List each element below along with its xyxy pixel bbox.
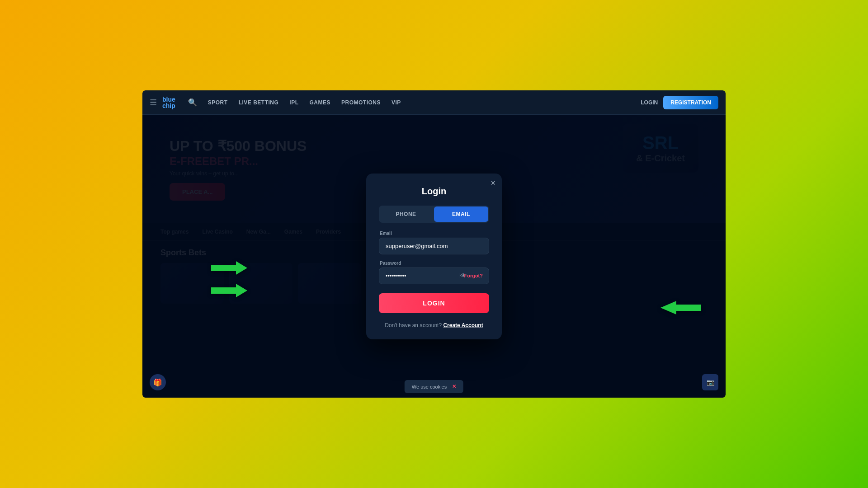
bottom-left-widget[interactable]: 🎁 — [150, 374, 166, 390]
navbar: ☰ blue chip 🔍 SPORT LIVE BETTING IPL GAM… — [142, 90, 726, 115]
nav-vip[interactable]: VIP — [392, 99, 401, 106]
create-account-link[interactable]: Create Account — [443, 322, 483, 328]
cookie-text: We use cookies — [412, 384, 447, 389]
forgot-link[interactable]: Forgot? — [459, 273, 483, 278]
svg-marker-1 — [211, 284, 247, 297]
nav-promotions[interactable]: PROMOTIONS — [341, 99, 381, 106]
logo-blue: blue — [162, 96, 175, 103]
search-icon[interactable]: 🔍 — [188, 98, 197, 107]
camera-icon: 📷 — [707, 379, 714, 386]
create-account-row: Don't have an account? Create Account — [379, 322, 489, 328]
modal-close-button[interactable]: × — [491, 179, 495, 187]
nav-right: LOGIN REGISTRATION — [641, 96, 718, 109]
login-modal: × Login PHONE EMAIL Email Password 👁 For… — [366, 174, 502, 339]
nav-live-betting[interactable]: LIVE BETTING — [239, 99, 279, 106]
arrow-password — [211, 284, 247, 299]
tab-phone[interactable]: PHONE — [379, 206, 433, 223]
nav-sport[interactable]: SPORT — [208, 99, 228, 106]
register-button[interactable]: REGISTRATION — [663, 96, 718, 109]
nav-games[interactable]: GAMES — [309, 99, 330, 106]
email-input[interactable] — [379, 238, 489, 254]
widget-icon: 🎁 — [153, 378, 162, 387]
password-wrapper: 👁 Forgot? — [379, 267, 489, 284]
modal-overlay: × Login PHONE EMAIL Email Password 👁 For… — [142, 115, 726, 398]
password-label: Password — [379, 261, 489, 266]
site-logo[interactable]: blue chip — [162, 96, 175, 109]
login-button[interactable]: LOGIN — [379, 293, 489, 313]
cookie-close[interactable]: ✕ — [452, 384, 456, 389]
arrow-login-button — [660, 301, 701, 316]
cookie-bar: We use cookies ✕ — [405, 380, 463, 393]
nav-ipl[interactable]: IPL — [289, 99, 298, 106]
modal-title: Login — [379, 186, 489, 197]
login-link[interactable]: LOGIN — [641, 99, 658, 106]
nav-links: SPORT LIVE BETTING IPL GAMES PROMOTIONS … — [208, 99, 641, 106]
hamburger-icon[interactable]: ☰ — [150, 98, 157, 108]
arrow-email — [211, 261, 247, 277]
logo-chip: chip — [162, 103, 175, 109]
password-form-group: Password 👁 Forgot? — [379, 261, 489, 284]
no-account-text: Don't have an account? — [385, 322, 442, 328]
browser-window: ☰ blue chip 🔍 SPORT LIVE BETTING IPL GAM… — [142, 90, 726, 398]
login-tab-row: PHONE EMAIL — [379, 206, 489, 223]
bottom-right-widget[interactable]: 📷 — [702, 374, 718, 390]
svg-marker-0 — [211, 261, 247, 275]
email-form-group: Email — [379, 231, 489, 254]
svg-marker-2 — [660, 301, 701, 314]
tab-email[interactable]: EMAIL — [434, 206, 488, 222]
email-label: Email — [379, 231, 489, 236]
